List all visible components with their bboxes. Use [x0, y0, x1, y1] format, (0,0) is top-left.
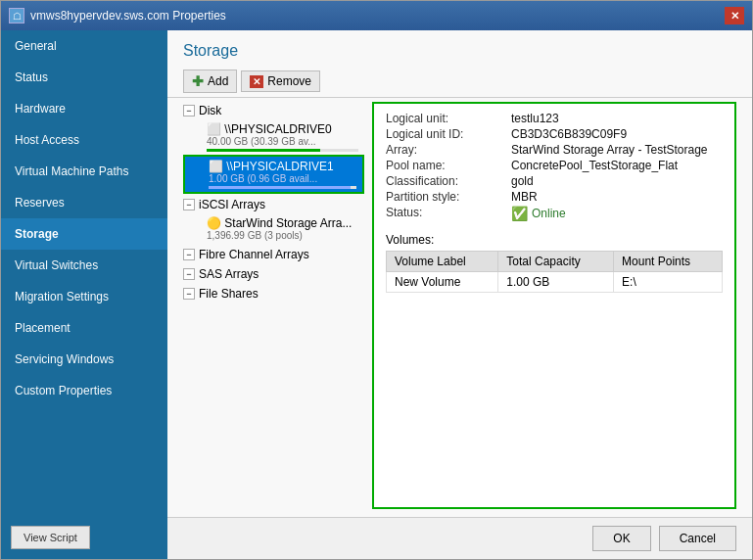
toolbar: ✚ Add ✕ Remove: [167, 66, 752, 98]
pool-name-label: Pool name:: [386, 159, 503, 172]
fibre-expand-icon[interactable]: −: [183, 249, 195, 260]
status-value: ✅ Online: [511, 206, 723, 221]
physical-drive-1[interactable]: ⬜ \\PHYSICALDRIVE1 1.00 GB (0.96 GB avai…: [183, 155, 364, 194]
volume-row-0: New Volume 1.00 GB E:\: [387, 272, 723, 293]
classification-value: gold: [511, 174, 723, 188]
main-content: Storage ✚ Add ✕ Remove: [167, 30, 752, 559]
disk-header[interactable]: − Disk: [183, 102, 364, 119]
status-text: Online: [532, 207, 566, 220]
iscsi-label: iSCSI Arrays: [199, 198, 265, 211]
status-label: Status:: [386, 206, 503, 221]
file-shares-header[interactable]: − File Shares: [183, 285, 364, 303]
file-shares-label: File Shares: [199, 287, 259, 301]
remove-button[interactable]: ✕ Remove: [241, 70, 320, 92]
add-label: Add: [208, 74, 228, 88]
sidebar: General Status Hardware Host Access Virt…: [1, 30, 167, 559]
iscsi-header[interactable]: − iSCSI Arrays: [183, 196, 364, 213]
fibre-channel-section: − Fibre Channel Arrays: [183, 246, 364, 263]
col-volume-label: Volume Label: [387, 252, 498, 272]
classification-label: Classification:: [386, 174, 503, 188]
sidebar-item-placement[interactable]: Placement: [1, 312, 167, 344]
sidebar-item-reserves[interactable]: Reserves: [1, 187, 167, 218]
sidebar-item-virtual-switches[interactable]: Virtual Switches: [1, 250, 167, 281]
online-check-icon: ✅: [511, 206, 528, 221]
title-bar-left: ☖ vmws8hypervdev.sws.com Properties: [9, 8, 226, 23]
fibre-channel-header[interactable]: − Fibre Channel Arrays: [183, 246, 364, 263]
file-shares-expand-icon[interactable]: −: [183, 288, 195, 300]
sas-section: − SAS Arrays: [183, 265, 364, 283]
sidebar-item-host-access[interactable]: Host Access: [1, 124, 167, 156]
sidebar-item-servicing-windows[interactable]: Servicing Windows: [1, 344, 167, 375]
cancel-button[interactable]: Cancel: [659, 526, 736, 551]
window-body: General Status Hardware Host Access Virt…: [1, 30, 752, 559]
physical-drive-0[interactable]: ⬜ \\PHYSICALDRIVE0 40.00 GB (30.39 GB av…: [183, 119, 364, 155]
volumes-label: Volumes:: [386, 233, 723, 247]
sidebar-item-custom-properties[interactable]: Custom Properties: [1, 375, 167, 406]
volume-label-cell: New Volume: [387, 272, 498, 293]
main-window: ☖ vmws8hypervdev.sws.com Properties ✕ Ge…: [0, 0, 753, 560]
starwind-array[interactable]: 🟡 StarWind Storage Arra... 1,396.99 GB (…: [183, 213, 364, 244]
add-button[interactable]: ✚ Add: [183, 70, 237, 93]
partition-style-label: Partition style:: [386, 190, 503, 204]
volumes-section: Volumes: Volume Label Total Capacity Mou…: [374, 229, 734, 507]
sidebar-nav: General Status Hardware Host Access Virt…: [1, 30, 167, 406]
remove-icon: ✕: [250, 75, 263, 88]
remove-label: Remove: [267, 74, 311, 88]
view-script-button[interactable]: View Script: [11, 526, 90, 549]
col-total-capacity: Total Capacity: [498, 252, 614, 272]
logical-unit-id-value: CB3D3C6B839C09F9: [511, 127, 723, 141]
logical-unit-id-label: Logical unit ID:: [386, 127, 503, 141]
sidebar-item-storage[interactable]: Storage: [1, 218, 167, 250]
drive1-size: 1.00 GB (0.96 GB avail...: [209, 173, 356, 184]
ok-button[interactable]: OK: [592, 526, 650, 551]
title-bar: ☖ vmws8hypervdev.sws.com Properties ✕: [1, 1, 752, 30]
volume-capacity-cell: 1.00 GB: [498, 272, 614, 293]
tree-panel: − Disk ⬜ \\PHYSICALDRIVE0 40.00 GB (30.3…: [183, 102, 364, 509]
sidebar-item-vm-paths[interactable]: Virtual Machine Paths: [1, 156, 167, 187]
col-mount-points: Mount Points: [614, 252, 723, 272]
footer: OK Cancel: [167, 517, 752, 559]
window-title: vmws8hypervdev.sws.com Properties: [30, 9, 226, 23]
fibre-label: Fibre Channel Arrays: [199, 248, 309, 261]
iscsi-expand-icon[interactable]: −: [183, 199, 195, 210]
volumes-table: Volume Label Total Capacity Mount Points…: [386, 251, 723, 293]
disk-section: − Disk ⬜ \\PHYSICALDRIVE0 40.00 GB (30.3…: [183, 102, 364, 194]
drive1-name: ⬜ \\PHYSICALDRIVE1: [209, 160, 356, 173]
drive0-name: ⬜ \\PHYSICALDRIVE0: [207, 122, 358, 136]
iscsi-section: − iSCSI Arrays 🟡 StarWind Storage Arra..…: [183, 196, 364, 244]
sas-label: SAS Arrays: [199, 267, 259, 281]
sidebar-item-migration-settings[interactable]: Migration Settings: [1, 281, 167, 312]
add-icon: ✚: [192, 73, 204, 89]
sas-expand-icon[interactable]: −: [183, 268, 195, 280]
volume-mount-cell: E:\: [614, 272, 723, 293]
sidebar-item-status[interactable]: Status: [1, 62, 167, 93]
pool-name-value: ConcretePool_TestStorage_Flat: [511, 159, 723, 172]
partition-style-value: MBR: [511, 190, 723, 204]
disk-label: Disk: [199, 104, 221, 117]
detail-panel: Logical unit: testlu123 Logical unit ID:…: [372, 102, 736, 509]
close-button[interactable]: ✕: [725, 7, 744, 24]
array-label: Array:: [386, 143, 503, 157]
sas-header[interactable]: − SAS Arrays: [183, 265, 364, 283]
logical-unit-label: Logical unit:: [386, 112, 503, 125]
sidebar-item-general[interactable]: General: [1, 30, 167, 62]
starwind-name: 🟡 StarWind Storage Arra...: [207, 216, 358, 230]
detail-info: Logical unit: testlu123 Logical unit ID:…: [374, 104, 734, 229]
array-value: StarWind Storage Array - TestStorage: [511, 143, 723, 157]
starwind-size: 1,396.99 GB (3 pools): [207, 230, 358, 241]
drive0-size: 40.00 GB (30.39 GB av...: [207, 136, 358, 147]
sidebar-item-hardware[interactable]: Hardware: [1, 93, 167, 124]
file-shares-section: − File Shares: [183, 285, 364, 303]
sidebar-bottom: View Script: [1, 516, 167, 559]
logical-unit-value: testlu123: [511, 112, 723, 125]
content-split: − Disk ⬜ \\PHYSICALDRIVE0 40.00 GB (30.3…: [167, 102, 752, 517]
section-title: Storage: [167, 30, 752, 66]
disk-expand-icon[interactable]: −: [183, 105, 195, 117]
app-icon: ☖: [9, 8, 24, 23]
